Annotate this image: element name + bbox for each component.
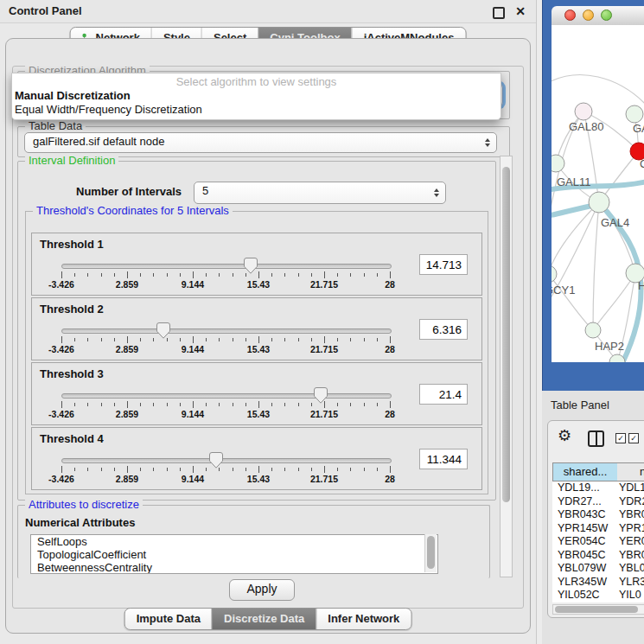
slider-track[interactable] — [61, 264, 392, 269]
content-scroll-thumb[interactable] — [502, 167, 510, 502]
threshold-value-field[interactable] — [419, 319, 468, 340]
screen: Control Panel ✕ NetworkStyleSelectCyni T… — [0, 0, 644, 644]
table-horizontal-scrollbar[interactable] — [552, 604, 644, 615]
network-edge — [593, 273, 635, 330]
node-label: C — [640, 157, 644, 170]
slider-track[interactable] — [61, 458, 392, 463]
table-row[interactable]: YBL079WYBL0 — [552, 562, 644, 576]
mac-zoom-icon[interactable] — [601, 10, 612, 21]
table-data-combobox[interactable]: galFiltered.sif default node — [24, 132, 497, 153]
threshold-label: Threshold 2 — [40, 303, 104, 316]
slider-thumb[interactable] — [156, 322, 170, 339]
threshold-value-field[interactable] — [419, 254, 468, 275]
threshold-slider[interactable]: -3.4262.8599.14415.4321.71528 — [61, 452, 390, 487]
slider-thumb[interactable] — [314, 387, 328, 404]
combo-arrows-icon — [434, 186, 439, 200]
node-label: GAL11 — [557, 175, 591, 188]
slider-tick-labels: -3.4262.8599.14415.4321.71528 — [61, 474, 390, 484]
table-panel-body: ⚙ ✓ ✓ shared... n YDL19...YDL1YDR27...YD… — [547, 420, 644, 618]
network-node-gal11[interactable] — [552, 155, 564, 172]
numerical-attributes-list[interactable]: SelfLoopsTopologicalCoefficientBetweenne… — [30, 534, 438, 574]
tab-infer-network[interactable]: Infer Network — [316, 609, 411, 629]
checkbox-checked-icon[interactable]: ✓ — [615, 433, 626, 443]
table-row[interactable]: YDR27...YDR2 — [552, 495, 644, 509]
threshold-value-field[interactable] — [419, 449, 468, 469]
content-scrollbar[interactable] — [500, 156, 513, 577]
apply-button[interactable]: Apply — [229, 579, 295, 601]
combo-arrows-icon — [485, 136, 490, 150]
num-intervals-label: Number of Intervals — [76, 185, 182, 198]
checkbox-checked-icon[interactable]: ✓ — [628, 433, 639, 443]
network-edge — [552, 274, 593, 330]
slider-track[interactable] — [61, 328, 392, 334]
num-intervals-value: 5 — [194, 182, 445, 200]
network-node-gcy1[interactable] — [552, 265, 557, 283]
network-node-gal4[interactable] — [589, 192, 609, 213]
threshold-label: Threshold 4 — [40, 432, 104, 445]
split-view-icon[interactable] — [588, 430, 604, 447]
dropdown-option-equal-width-frequency-discretization[interactable]: Equal Width/Frequency Discretization — [12, 103, 501, 117]
attributes-scrollbar[interactable] — [424, 534, 437, 572]
cyni-mode-tab-bar: Impute DataDiscretize DataInfer Network — [124, 608, 412, 630]
num-intervals-combobox[interactable]: 5 — [194, 182, 446, 204]
mac-minimize-icon[interactable] — [583, 10, 594, 21]
node-label: H — [638, 279, 644, 292]
table-panel-title: Table Panel — [551, 399, 609, 411]
table-data-group-title: Table Data — [25, 120, 86, 132]
table-row[interactable]: YER054CYER0 — [552, 535, 644, 549]
table-row[interactable]: YLR345WYLR3 — [552, 576, 644, 590]
slider-ticks — [61, 401, 390, 408]
slider-tick-labels: -3.4262.8599.14415.4321.71528 — [61, 409, 390, 419]
threshold-panel: Threshold 4 -3.4262.8599.14415.4321.7152… — [31, 427, 482, 490]
mac-close-icon[interactable] — [564, 10, 576, 21]
slider-tick-labels: -3.4262.8599.14415.4321.71528 — [61, 279, 390, 290]
threshold-label: Threshold 3 — [40, 367, 104, 380]
attribute-item[interactable]: SelfLoops — [31, 535, 437, 548]
slider-track[interactable] — [61, 393, 392, 399]
network-edge — [552, 75, 644, 107]
network-node[interactable] — [609, 354, 625, 362]
attributes-scroll-thumb[interactable] — [427, 536, 435, 569]
threshold-value-field[interactable] — [419, 384, 468, 405]
table-row[interactable]: YPR145WYPR1 — [552, 522, 644, 536]
network-node-hap2[interactable] — [585, 322, 601, 338]
threshold-slider[interactable]: -3.4262.8599.14415.4321.71528 — [61, 258, 390, 292]
slider-thumb[interactable] — [209, 452, 223, 469]
tab-label: Discretize Data — [224, 609, 304, 629]
column-header-shared-name[interactable]: shared... — [552, 462, 618, 481]
slider-ticks — [61, 271, 390, 278]
node-label: GAL4 — [601, 216, 629, 229]
node-table[interactable]: YDL19...YDL1YDR27...YDR2YBR043CYBR0YPR14… — [552, 481, 644, 603]
attribute-item[interactable]: TopologicalCoefficient — [31, 548, 437, 561]
float-window-icon[interactable] — [493, 7, 505, 19]
gear-icon[interactable]: ⚙ — [558, 426, 571, 445]
dropdown-option-manual-discretization[interactable]: Manual Discretization — [12, 89, 501, 103]
network-node-gal80[interactable] — [575, 103, 592, 120]
table-row[interactable]: YIL052CYIL0 — [552, 589, 644, 603]
node-label: GA — [633, 122, 644, 135]
threshold-panel: Threshold 1 -3.4262.8599.14415.4321.7152… — [31, 233, 482, 296]
threshold-slider[interactable]: -3.4262.8599.14415.4321.71528 — [61, 322, 390, 357]
table-data-value: galFiltered.sif default node — [25, 133, 496, 150]
column-header-name[interactable]: n — [617, 462, 644, 481]
network-canvas[interactable]: GAL80GACGAL11GAL4GCY1HHAP2 — [552, 25, 644, 362]
slider-tick-labels: -3.4262.8599.14415.4321.71528 — [61, 344, 390, 354]
dropdown-prompt: Select algorithm to view settings — [12, 73, 501, 89]
network-view-window: GAL80GACGAL11GAL4GCY1HHAP2 — [542, 0, 644, 391]
threshold-slider[interactable]: -3.4262.8599.14415.4321.71528 — [61, 387, 390, 422]
tab-impute-data[interactable]: Impute Data — [125, 609, 212, 629]
thresholds-group: Threshold's Coordinates for 5 Intervals … — [25, 211, 488, 494]
node-label: HAP2 — [595, 340, 624, 353]
tab-discretize-data[interactable]: Discretize Data — [212, 609, 316, 629]
table-row[interactable]: YBR045CYBR0 — [552, 549, 644, 563]
threshold-label: Threshold 1 — [40, 238, 104, 251]
attribute-item[interactable]: BetweennessCentrality — [31, 561, 437, 574]
node-label: GCY1 — [552, 284, 575, 296]
table-hscroll-thumb[interactable] — [555, 606, 638, 613]
slider-thumb[interactable] — [244, 258, 258, 274]
table-panel: Table Panel ⚙ ✓ ✓ shared... n YDL19...YD… — [542, 391, 644, 644]
network-node-ga[interactable] — [626, 105, 643, 123]
table-row[interactable]: YBR043CYBR0 — [552, 508, 644, 522]
close-icon[interactable]: ✕ — [515, 0, 526, 22]
table-row[interactable]: YDL19...YDL1 — [552, 481, 644, 495]
